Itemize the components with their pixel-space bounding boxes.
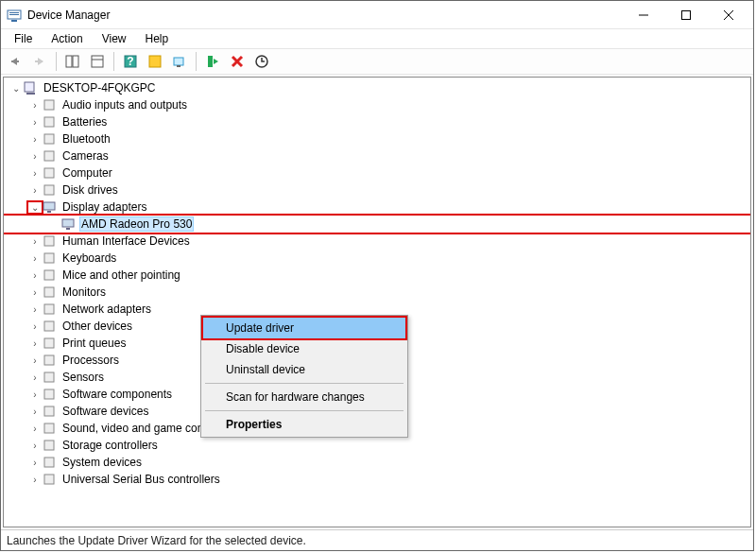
svg-rect-12 [92,56,103,67]
maximize-button[interactable] [664,2,707,28]
svg-rect-41 [44,338,54,348]
chevron-right-icon[interactable]: › [28,475,42,485]
chevron-right-icon[interactable]: › [28,151,42,162]
status-text: Launches the Update Driver Wizard for th… [7,534,306,547]
tree-category[interactable]: ›Monitors [4,284,750,301]
svg-rect-47 [44,441,54,450]
category-label: Processors [60,354,121,367]
properties-button[interactable] [87,51,108,72]
tree-pane[interactable]: ⌄DESKTOP-4FQKGPC›Audio inputs and output… [3,77,751,527]
tree-category[interactable]: ›Human Interface Devices [4,233,750,250]
svg-rect-31 [43,202,55,210]
menu-action[interactable]: Action [43,30,90,47]
chevron-right-icon[interactable]: › [28,117,42,128]
menu-view[interactable]: View [94,30,134,47]
display-icon [60,216,76,232]
chevron-right-icon[interactable]: › [28,253,42,264]
svg-rect-23 [25,82,34,92]
context-separator [205,410,404,411]
chevron-right-icon[interactable]: › [28,304,42,315]
window-title: Device Manager [27,9,622,22]
tree-category-display-adapters[interactable]: ⌄Display adapters [4,199,750,216]
tree-category[interactable]: ›Audio inputs and outputs [4,96,750,113]
category-label: Software components [60,388,174,401]
category-label: Print queues [60,337,128,350]
svg-rect-3 [9,14,19,15]
update-button[interactable] [251,51,272,72]
svg-rect-39 [44,304,54,314]
svg-rect-10 [66,56,72,67]
context-uninstall-device[interactable]: Uninstall device [203,359,405,380]
device-icon [42,97,57,112]
svg-rect-19 [208,56,213,67]
device-icon [42,455,57,470]
chevron-right-icon[interactable]: › [28,423,42,434]
show-hide-button[interactable] [62,51,83,72]
chevron-right-icon[interactable]: › [28,287,42,298]
forward-button[interactable] [29,51,50,72]
svg-text:?: ? [127,55,133,68]
tree-category[interactable]: ›Storage controllers [4,437,750,454]
svg-rect-17 [174,58,183,65]
chevron-right-icon[interactable]: › [28,389,42,400]
tree-category[interactable]: ›Bluetooth [4,130,750,147]
enable-button[interactable] [202,51,223,72]
device-icon [42,114,57,130]
tree-category[interactable]: ›Mice and other pointing [4,267,750,284]
chevron-right-icon[interactable]: › [28,168,42,179]
help-button[interactable]: ? [120,51,141,72]
action-button[interactable] [145,51,165,72]
tree-category[interactable]: ›Universal Serial Bus controllers [4,471,750,488]
app-icon [7,8,22,23]
chevron-right-icon[interactable]: › [28,355,42,366]
minimize-button[interactable] [622,2,664,28]
device-icon [42,387,57,402]
menu-file[interactable]: File [7,30,40,47]
context-disable-device[interactable]: Disable device [203,338,405,359]
svg-rect-26 [44,117,54,127]
chevron-right-icon[interactable]: › [28,338,42,349]
svg-rect-40 [44,321,54,331]
chevron-right-icon[interactable]: › [28,185,42,196]
category-label: Bluetooth [60,132,112,146]
chevron-right-icon[interactable]: › [28,236,42,247]
tree-root[interactable]: ⌄DESKTOP-4FQKGPC [4,79,750,96]
chevron-right-icon[interactable]: › [28,134,42,145]
chevron-right-icon[interactable]: › [28,458,42,468]
category-label: Universal Serial Bus controllers [60,473,222,486]
chevron-down-icon[interactable]: ⌄ [9,83,23,94]
category-label: Audio inputs and outputs [60,98,189,112]
chevron-right-icon[interactable]: › [28,441,42,451]
svg-rect-46 [44,423,54,433]
scan-button[interactable] [169,51,190,72]
chevron-right-icon[interactable]: › [28,100,42,111]
category-label: Other devices [60,320,134,333]
chevron-down-icon[interactable]: ⌄ [28,202,42,213]
context-scan[interactable]: Scan for hardware changes [203,387,405,407]
tree-category[interactable]: ›Computer [4,164,750,181]
svg-rect-32 [47,211,51,213]
tree-category[interactable]: ›Disk drives [4,181,750,199]
tree-category[interactable]: ›Batteries [4,113,750,130]
tree-category[interactable]: ›Cameras [4,147,750,164]
category-label: Keyboards [60,251,118,265]
svg-rect-43 [44,372,54,382]
chevron-right-icon[interactable]: › [28,372,42,383]
context-separator [205,383,404,384]
chevron-right-icon[interactable]: › [28,270,42,281]
device-icon [42,472,57,487]
context-update-driver[interactable]: Update driver [203,318,405,338]
tree-category[interactable]: ›Keyboards [4,250,750,267]
chevron-right-icon[interactable]: › [28,321,42,332]
svg-rect-44 [44,389,54,399]
uninstall-button[interactable] [227,51,248,72]
back-button[interactable] [5,51,26,72]
category-label: Display adapters [60,200,148,214]
chevron-right-icon[interactable]: › [28,406,42,417]
root-label: DESKTOP-4FQKGPC [42,81,157,95]
context-properties[interactable]: Properties [203,414,405,435]
close-button[interactable] [707,2,749,28]
tree-category[interactable]: ›System devices [4,454,750,471]
tree-device-amd-radeon[interactable]: AMD Radeon Pro 530 [4,216,750,233]
menu-help[interactable]: Help [138,30,177,47]
